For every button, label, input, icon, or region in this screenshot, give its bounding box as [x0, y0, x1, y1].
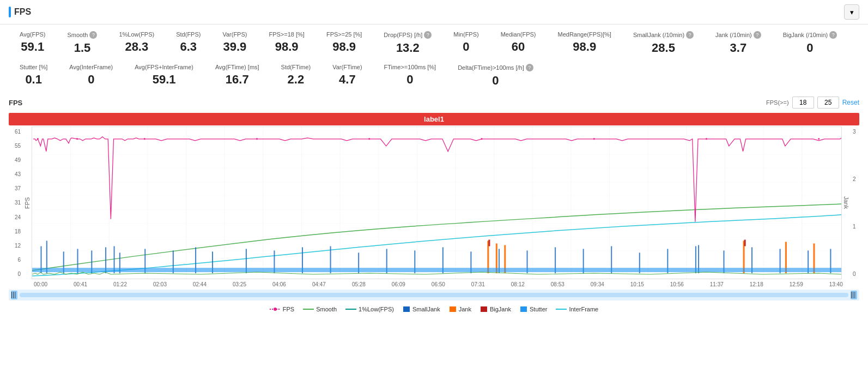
info-icon[interactable]: ?: [89, 31, 97, 39]
legend-bar-icon: [449, 306, 457, 312]
stat-label: Std(FTime): [281, 64, 311, 70]
info-icon[interactable]: ?: [424, 31, 432, 39]
label-bar-text: label1: [424, 115, 444, 123]
label-bar: label1: [9, 113, 859, 125]
stat-item: BigJank (/10min)?0: [772, 31, 848, 55]
scrollbar-track: [20, 293, 848, 297]
stat-label: BigJank (/10min)?: [783, 31, 837, 39]
legend-label: FPS: [283, 306, 294, 312]
stat-item: SmallJank (/10min)?28.5: [622, 31, 705, 55]
stat-item: Median(FPS)60: [490, 31, 547, 54]
stat-label: Stutter [%]: [20, 64, 47, 70]
x-tick: 12:18: [750, 281, 763, 287]
stat-item: Var(FTime)4.7: [321, 64, 373, 87]
stat-label: Avg(FPS+InterFrame): [135, 64, 193, 70]
stat-item: Avg(InterFrame)0: [58, 64, 124, 87]
header: FPS ▾: [0, 0, 868, 25]
stat-value: 60: [501, 40, 536, 54]
stats-row-1: Avg(FPS)59.1Smooth?1.51%Low(FPS)28.3Std(…: [9, 31, 859, 55]
fps-axis-label: FPS: [23, 127, 32, 279]
stat-item: Var(FPS)39.9: [211, 31, 258, 54]
page-container: FPS ▾ Avg(FPS)59.1Smooth?1.51%Low(FPS)28…: [0, 0, 868, 367]
y-tick-left: 55: [11, 143, 21, 149]
stat-label: Min(FPS): [453, 31, 478, 38]
chart-title: FPS: [9, 99, 22, 107]
x-tick: 10:56: [670, 281, 684, 287]
svg-point-26: [368, 138, 370, 140]
stat-value: 2.2: [281, 73, 311, 87]
y-tick-right: 2: [853, 176, 857, 182]
stat-value: 28.5: [633, 41, 694, 55]
stat-value: 0: [69, 73, 113, 87]
stat-label: MedRange(FPS)[%]: [558, 31, 611, 38]
x-axis: 00:0000:4101:2202:0302:4403:2504:0604:47…: [9, 280, 859, 288]
stutter-bars: [32, 268, 841, 272]
fps-threshold-2[interactable]: [817, 97, 839, 109]
legend-item: 1%Low(FPS): [345, 306, 394, 312]
svg-rect-73: [488, 240, 490, 246]
x-tick: 06:09: [392, 281, 405, 287]
fps-threshold-1[interactable]: [792, 97, 814, 109]
legend-item: Smooth: [303, 306, 337, 312]
x-tick: 04:06: [272, 281, 286, 287]
svg-rect-74: [744, 240, 746, 246]
y-tick-left: 49: [11, 157, 21, 163]
svg-point-24: [144, 138, 145, 140]
x-tick: 12:59: [790, 281, 803, 287]
stat-value: 3.7: [715, 41, 761, 55]
y-tick-left: 18: [11, 228, 21, 234]
fps-controls: FPS(>=) Reset: [766, 97, 859, 109]
scrollbar-handle-right[interactable]: |||: [851, 291, 857, 299]
jank-axis-label: Jank: [842, 127, 851, 279]
stat-label: Drop(FPS) [/h]?: [384, 31, 432, 39]
reset-button[interactable]: Reset: [842, 99, 859, 106]
info-icon[interactable]: ?: [686, 31, 694, 39]
legend-item: Jank: [449, 306, 471, 312]
stat-item: Jank (/10min)?3.7: [705, 31, 772, 55]
stat-item: Smooth?1.5: [56, 31, 108, 55]
x-tick: 11:37: [710, 281, 724, 287]
legend-line-icon: [303, 306, 314, 312]
stat-item: FPS>=25 [%]98.9: [315, 31, 373, 54]
legend-bar-icon: [480, 306, 488, 312]
legend-label: BigJank: [490, 306, 511, 312]
chart-svg: [32, 127, 842, 279]
legend-label: Stutter: [530, 306, 547, 312]
dropdown-button[interactable]: ▾: [844, 4, 859, 20]
x-tick: 09:34: [591, 281, 604, 287]
x-tick: 02:44: [193, 281, 207, 287]
stat-item: Stutter [%]0.1: [9, 64, 58, 87]
info-icon[interactable]: ?: [829, 31, 837, 39]
stat-label: Delta(FTime)>100ms [/h]?: [458, 64, 533, 71]
x-tick: 10:15: [630, 281, 644, 287]
stat-label: Var(FTime): [332, 64, 362, 70]
info-icon[interactable]: ?: [526, 64, 533, 71]
chart-header: FPS FPS(>=) Reset: [9, 94, 859, 111]
scrollbar[interactable]: ||| |||: [9, 290, 859, 300]
legend-item: BigJank: [480, 306, 511, 312]
x-tick: 01:22: [113, 281, 127, 287]
stat-item: 1%Low(FPS)28.3: [108, 31, 165, 54]
y-tick-left: 0: [11, 271, 21, 277]
x-tick: 00:00: [34, 281, 47, 287]
info-icon[interactable]: ?: [754, 31, 761, 39]
svg-point-30: [818, 138, 820, 140]
svg-point-22: [37, 138, 39, 140]
x-tick: 08:12: [511, 281, 525, 287]
svg-rect-81: [450, 306, 456, 312]
chart-main: [32, 127, 842, 279]
svg-rect-80: [403, 306, 410, 312]
page-title: FPS: [14, 7, 31, 17]
y-tick-right: 1: [853, 224, 857, 230]
fps-gte-label: FPS(>=): [766, 99, 789, 106]
legend-bar-icon: [403, 306, 410, 312]
svg-point-23: [76, 138, 78, 140]
stat-value: 59.1: [20, 40, 45, 54]
legend-label: 1%Low(FPS): [359, 306, 394, 312]
y-tick-left: 6: [11, 257, 21, 263]
stats-row-2: Stutter [%]0.1Avg(InterFrame)0Avg(FPS+In…: [9, 64, 859, 88]
scrollbar-handle-left[interactable]: |||: [11, 291, 17, 299]
y-tick-left: 31: [11, 200, 21, 206]
y-axis-left: 61554943373124181260: [9, 127, 23, 279]
legend-bar-icon: [520, 306, 527, 312]
